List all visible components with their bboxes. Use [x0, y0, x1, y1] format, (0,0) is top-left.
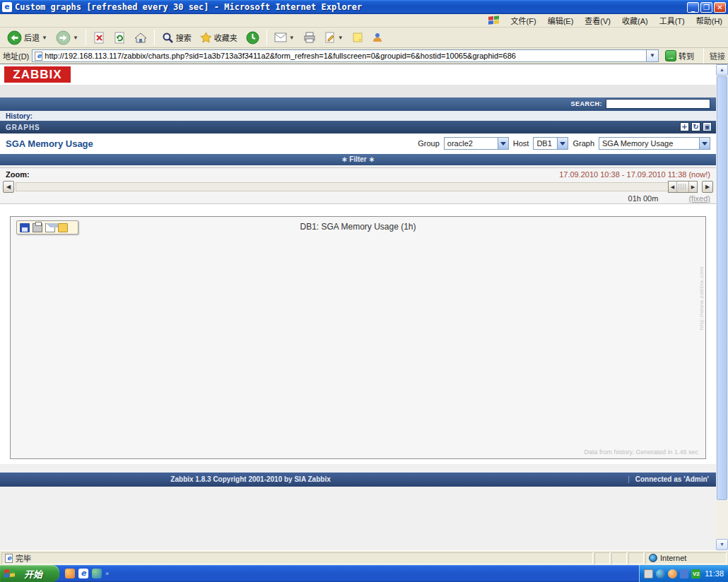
search-label: 搜索 [176, 32, 192, 43]
favorites-label: 收藏夹 [214, 32, 237, 43]
save-image-icon[interactable] [20, 223, 30, 232]
address-separator [703, 48, 704, 64]
refresh-button[interactable] [110, 30, 130, 46]
messenger-tray-icon[interactable] [668, 569, 677, 578]
taskbar-clock: 11:38 [705, 569, 724, 578]
links-label[interactable]: 链接 [710, 50, 725, 61]
scroll-up-icon[interactable]: ▲ [716, 64, 728, 76]
menu-v[interactable]: 查看(V) [579, 13, 616, 28]
status-cell [628, 552, 644, 564]
antivirus-tray-icon[interactable]: V2 [691, 569, 700, 578]
start-button[interactable]: 开始 [0, 565, 59, 582]
host-dropdown-icon[interactable] [557, 138, 568, 149]
browser-client-area: ZABBIX SEARCH: History: GRAPHS + ↻ [0, 64, 728, 550]
graph-select[interactable]: SGA Memory Usage [599, 137, 710, 150]
home-icon [134, 32, 147, 44]
open-pictures-icon[interactable] [58, 223, 68, 232]
page-title: SGA Memory Usage [6, 138, 93, 149]
group-select[interactable]: oracle2 [444, 137, 509, 150]
add-icon[interactable]: + [680, 122, 689, 131]
mail-dropdown-icon[interactable]: ▼ [289, 35, 295, 41]
address-label: 地址(D) [3, 50, 29, 61]
scroll-slider[interactable]: ◀ ▶ [668, 181, 698, 193]
scroll-left-button[interactable]: ◀ [3, 181, 14, 193]
menu-h[interactable]: 帮助(H) [691, 13, 728, 28]
host-label: Host [513, 139, 529, 148]
history-button[interactable] [242, 29, 264, 47]
address-input[interactable]: http://192.168.113.117/zabbix/charts.php… [32, 49, 659, 62]
notes-button[interactable] [348, 30, 368, 45]
slider-right-handle[interactable]: ▶ [688, 182, 697, 192]
graph-dropdown-icon[interactable] [699, 138, 710, 149]
status-text: 完毕 [16, 552, 31, 564]
print-image-icon[interactable] [33, 223, 42, 232]
slider-grip[interactable] [679, 184, 687, 190]
favorites-button[interactable]: 收藏夹 [196, 30, 242, 46]
search-caption: SEARCH: [570, 100, 602, 107]
scroll-down-icon[interactable]: ▼ [716, 539, 728, 550]
quicklaunch-more-icon[interactable]: » [105, 570, 109, 577]
menu-e[interactable]: 编辑(E) [542, 13, 580, 28]
zabbix-search-input[interactable] [606, 99, 710, 109]
fixed-link[interactable]: (fixed) [688, 194, 710, 203]
scrollbar-thumb[interactable] [717, 76, 727, 500]
mail-button[interactable]: ▼ [270, 30, 299, 44]
edit-button[interactable]: ▼ [320, 30, 348, 45]
zabbix-logo[interactable]: ZABBIX [4, 66, 71, 83]
group-label: Group [418, 139, 440, 148]
footer-divider: | [628, 475, 630, 483]
group-dropdown-icon[interactable] [498, 138, 508, 149]
network-tray-icon[interactable] [656, 569, 665, 578]
forward-button[interactable]: ▼ [52, 28, 83, 47]
go-label: 转到 [679, 50, 694, 61]
scroll-right-button[interactable]: ▶ [702, 181, 713, 193]
edit-dropdown-icon[interactable]: ▼ [338, 35, 344, 41]
desktop-quicklaunch-icon[interactable] [92, 569, 102, 578]
go-button[interactable]: → 转到 [662, 49, 698, 62]
browser-vertical-scrollbar[interactable]: ▲ ▼ [716, 64, 728, 550]
host-value: DB1 [534, 139, 557, 148]
close-button[interactable]: ✕ [714, 2, 726, 13]
scroll-track[interactable] [16, 182, 685, 191]
back-button[interactable]: 后退 ▼ [3, 28, 52, 47]
stop-button[interactable] [89, 30, 110, 46]
minimize-button[interactable]: _ [687, 2, 699, 13]
menu-t[interactable]: 工具(T) [654, 13, 691, 28]
quicklaunch-icon-1[interactable] [65, 569, 75, 578]
ie-quicklaunch-icon[interactable]: e [78, 569, 88, 578]
host-select[interactable]: DB1 [533, 137, 568, 150]
search-icon [162, 32, 174, 44]
menu-a[interactable]: 收藏(A) [616, 13, 654, 28]
period-range[interactable]: 17.09.2010 10:38 - 17.09.2010 11:38 (now… [559, 170, 710, 179]
graph-area: DB1: SGA Memory Usage (1h) http://www.za… [0, 204, 716, 464]
messenger-button[interactable] [368, 30, 387, 45]
mail-image-icon[interactable] [45, 223, 55, 232]
span-value: 01h 00m [628, 194, 659, 203]
print-button[interactable] [299, 30, 320, 45]
address-dropdown-icon[interactable]: ▼ [646, 50, 658, 61]
refresh-graph-icon[interactable]: ↻ [691, 122, 700, 131]
back-dropdown-icon[interactable]: ▼ [42, 35, 47, 41]
print-icon [303, 32, 316, 43]
task-buttons [127, 566, 638, 581]
search-button[interactable]: 搜索 [158, 30, 196, 46]
forward-dropdown-icon[interactable]: ▼ [73, 35, 78, 41]
home-button[interactable] [130, 30, 151, 46]
address-bar: 地址(D) http://192.168.113.117/zabbix/char… [0, 48, 728, 64]
menu-f[interactable]: 文件(F) [505, 13, 542, 28]
slider-left-handle[interactable]: ◀ [669, 182, 677, 192]
status-cell [594, 552, 610, 564]
keyboard-tray-icon[interactable] [644, 569, 653, 578]
sub-nav: SEARCH: [0, 97, 716, 111]
connected-as: Connected as 'Admin' [635, 475, 709, 483]
zone-text: Internet [660, 554, 686, 562]
fullscreen-icon[interactable]: ▣ [703, 122, 712, 131]
refresh-icon [114, 32, 126, 44]
chart-plot [11, 217, 705, 458]
update-tray-icon[interactable] [680, 569, 689, 578]
stop-icon [93, 32, 105, 44]
menu-bar: 文件(F)编辑(E)查看(V)收藏(A)工具(T)帮助(H) [0, 14, 728, 28]
ie-window: e Custom graphs [refreshed every 30 sec]… [0, 0, 728, 582]
restore-button[interactable]: ❐ [700, 2, 712, 13]
filter-bar[interactable]: ∗ Filter ∗ [0, 154, 716, 165]
